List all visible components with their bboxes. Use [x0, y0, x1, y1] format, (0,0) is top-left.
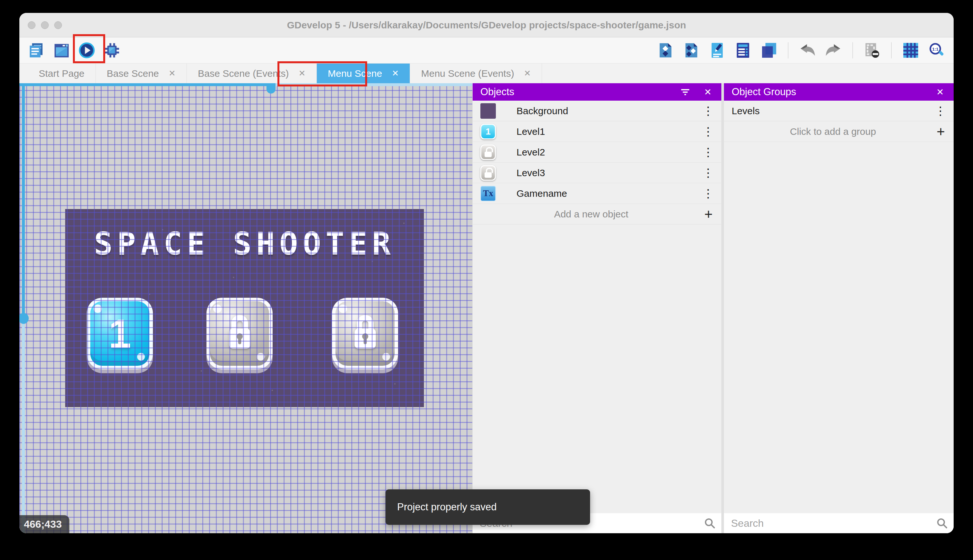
- panel-divider[interactable]: [721, 83, 724, 533]
- search-icon: [704, 517, 716, 529]
- scene-title-text[interactable]: SPACE SHOOTER: [65, 226, 424, 262]
- object-groups-panel-title: Object Groups: [732, 86, 923, 98]
- object-row[interactable]: Level3 ⋮: [473, 163, 721, 183]
- debugger-button[interactable]: [103, 42, 121, 59]
- horizontal-scroll-indicator[interactable]: [19, 83, 472, 86]
- tab-close-icon[interactable]: ✕: [524, 68, 531, 78]
- scene-window-icon: [53, 42, 70, 58]
- kebab-menu-icon[interactable]: ⋮: [702, 166, 715, 180]
- open-properties-button[interactable]: [708, 42, 726, 59]
- toggle-window-mask-button[interactable]: [863, 42, 881, 59]
- project-manager-button[interactable]: [28, 42, 45, 59]
- tab-label: Menu Scene: [328, 68, 382, 79]
- tab-close-icon[interactable]: ✕: [169, 68, 176, 78]
- kebab-menu-icon[interactable]: ⋮: [702, 104, 715, 118]
- object-row[interactable]: Gamename ⋮: [473, 183, 721, 204]
- tab-close-icon[interactable]: ✕: [298, 68, 305, 78]
- objects-panel-header: Objects ✕: [473, 83, 721, 101]
- toolbar-left: [28, 42, 121, 59]
- level-button-instance[interactable]: 1: [87, 298, 153, 369]
- play-icon: [79, 42, 95, 58]
- level-button-instance[interactable]: [332, 298, 398, 369]
- toast-message: Project properly saved: [397, 501, 496, 513]
- close-panel-icon[interactable]: ✕: [934, 86, 946, 98]
- object-group-name: Levels: [732, 105, 934, 117]
- tabbar: Start Page Base Scene ✕ Base Scene (Even…: [19, 63, 954, 83]
- undo-button[interactable]: [799, 42, 816, 59]
- object-name: Gamename: [516, 188, 702, 199]
- object-thumbnail: [480, 186, 496, 201]
- object-thumbnail: [480, 124, 496, 139]
- plus-icon[interactable]: +: [934, 123, 947, 140]
- zoom-1-1-icon: 1:1: [928, 42, 945, 58]
- window-title: GDevelop 5 - /Users/dkarakay/Documents/G…: [19, 20, 954, 31]
- object-name: Level1: [516, 126, 702, 137]
- object-name: Background: [516, 105, 702, 117]
- object-groups-search-bar: [724, 513, 954, 533]
- add-group-row[interactable]: Click to add a group +: [724, 121, 954, 142]
- scene-editor-canvas[interactable]: SPACE SHOOTER 1: [19, 83, 472, 533]
- vertical-scroll-thumb[interactable]: [19, 313, 29, 324]
- level-button-instance[interactable]: [207, 298, 273, 369]
- vertical-scroll-track-filled: [22, 83, 25, 318]
- scene-properties-button[interactable]: [53, 42, 70, 59]
- toolbar-separator: [891, 42, 892, 58]
- editor-tab[interactable]: Base Scene (Events) ✕: [187, 63, 317, 83]
- add-object-row[interactable]: Add a new object +: [473, 204, 721, 225]
- vertical-scroll-indicator[interactable]: [22, 83, 25, 533]
- object-group-row[interactable]: Levels ⋮: [724, 101, 954, 121]
- kebab-menu-icon[interactable]: ⋮: [934, 104, 947, 118]
- tab-label: Base Scene (Events): [198, 68, 289, 79]
- grid-icon: [903, 42, 919, 58]
- add-object-label: Add a new object: [480, 209, 702, 220]
- game-scene-rect[interactable]: SPACE SHOOTER 1: [65, 209, 424, 407]
- zoom-window-button[interactable]: [54, 21, 62, 29]
- instances-list-icon: [735, 42, 751, 58]
- open-layers-editor-button[interactable]: [760, 42, 778, 59]
- gdevelop-window: GDevelop 5 - /Users/dkarakay/Documents/G…: [19, 13, 954, 533]
- objects-panel: Objects ✕ Background ⋮: [472, 83, 721, 533]
- object-row[interactable]: Background ⋮: [473, 101, 721, 121]
- object-groups-panel: Object Groups ✕ Levels ⋮ Click to add a …: [724, 83, 954, 533]
- open-object-groups-editor-button[interactable]: [683, 42, 700, 59]
- editor-tab[interactable]: Menu Scene ✕: [317, 63, 410, 83]
- plus-icon[interactable]: +: [702, 206, 715, 222]
- close-window-button[interactable]: [28, 21, 35, 29]
- object-name: Level2: [516, 147, 702, 158]
- kebab-menu-icon[interactable]: ⋮: [702, 187, 715, 200]
- object-row[interactable]: Level1 ⋮: [473, 121, 721, 142]
- screenshot-stage: GDevelop 5 - /Users/dkarakay/Documents/G…: [0, 0, 973, 560]
- zoom-original-button[interactable]: 1:1: [928, 42, 945, 59]
- object-name: Level3: [516, 167, 702, 178]
- toggle-grid-button[interactable]: [902, 42, 920, 59]
- object-row[interactable]: Level2 ⋮: [473, 142, 721, 163]
- lock-icon: [223, 312, 257, 355]
- open-objects-editor-button[interactable]: [657, 42, 674, 59]
- object-groups-search-input[interactable]: [731, 517, 936, 529]
- close-panel-icon[interactable]: ✕: [702, 86, 714, 98]
- editor-tab[interactable]: Base Scene ✕: [96, 63, 187, 83]
- main-area: SPACE SHOOTER 1: [19, 83, 954, 533]
- toolbar-separator: [852, 42, 853, 58]
- kebab-menu-icon[interactable]: ⋮: [702, 125, 715, 138]
- toolbar-right: 1:1: [657, 42, 945, 59]
- save-toast: Project properly saved: [385, 489, 590, 525]
- filter-icon[interactable]: [680, 86, 691, 98]
- kebab-menu-icon[interactable]: ⋮: [702, 145, 715, 159]
- tab-label: Start Page: [39, 68, 85, 79]
- tab-label: Base Scene: [107, 68, 159, 79]
- editor-tab[interactable]: Start Page: [28, 63, 96, 83]
- open-instances-list-button[interactable]: [734, 42, 752, 59]
- objects-editor-icon: [658, 42, 674, 58]
- horizontal-scroll-track-filled: [19, 83, 271, 86]
- object-groups-list: Levels ⋮: [724, 101, 954, 121]
- redo-button[interactable]: [825, 42, 842, 59]
- tab-label: Menu Scene (Events): [421, 68, 514, 79]
- minimize-window-button[interactable]: [41, 21, 49, 29]
- window-mask-icon: [864, 42, 880, 58]
- titlebar: GDevelop 5 - /Users/dkarakay/Documents/G…: [19, 13, 954, 37]
- editor-tab[interactable]: Menu Scene (Events) ✕: [410, 63, 542, 83]
- horizontal-scroll-thumb[interactable]: [267, 83, 275, 93]
- tab-close-icon[interactable]: ✕: [392, 68, 399, 78]
- play-preview-button[interactable]: [78, 42, 95, 59]
